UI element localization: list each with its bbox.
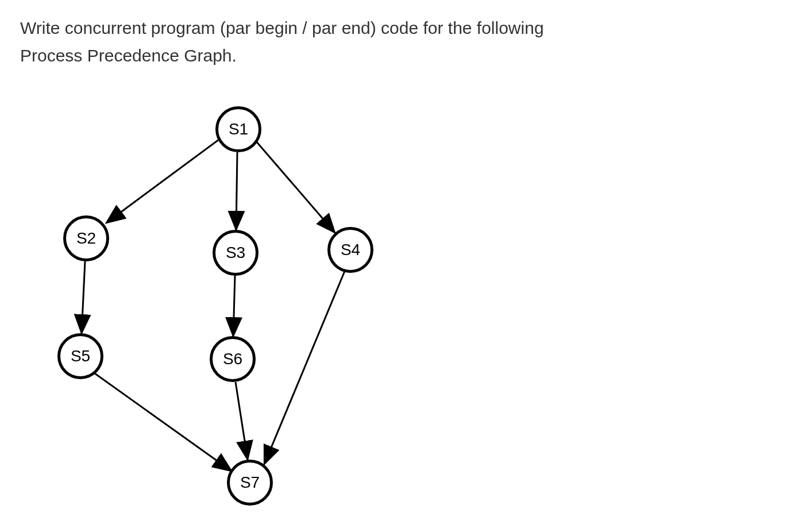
node-s4: S4 (327, 227, 373, 273)
edge-s1-s3 (236, 152, 237, 230)
node-label: S5 (71, 347, 90, 365)
edge-s1-s4 (256, 141, 335, 233)
node-s2: S2 (63, 215, 109, 261)
node-label: S7 (240, 473, 260, 492)
edge-s4-s7 (264, 271, 345, 464)
edge-s6-s7 (236, 382, 248, 460)
edge-s1-s2 (106, 138, 221, 223)
node-label: S4 (341, 241, 360, 259)
edge-s2-s5 (82, 261, 85, 333)
question-text: Write concurrent program (par begin / pa… (20, 14, 595, 70)
node-label: S6 (223, 350, 242, 368)
node-s3: S3 (213, 230, 259, 276)
node-label: S2 (76, 229, 96, 248)
node-label: S1 (229, 120, 248, 138)
precedence-graph: S1 S2 S3 S4 S5 S6 S7 (20, 86, 422, 517)
graph-edges (20, 86, 422, 517)
node-s5: S5 (57, 333, 103, 379)
node-label: S3 (226, 244, 245, 262)
node-s7: S7 (227, 460, 273, 506)
edge-s3-s6 (233, 276, 235, 336)
edge-s5-s7 (95, 373, 232, 471)
node-s6: S6 (210, 336, 256, 382)
node-s1: S1 (215, 106, 261, 152)
